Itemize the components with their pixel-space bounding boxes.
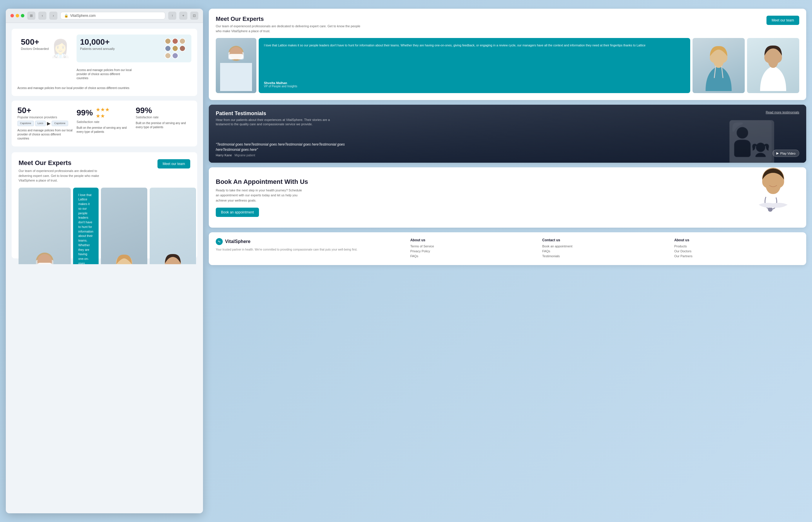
back-button[interactable]: ‹ (38, 12, 46, 20)
satisfaction1-number: 99% (77, 109, 93, 117)
footer-col-contact-title: Contact us (542, 238, 667, 242)
logo-capstone2: Capstone (52, 121, 68, 126)
book-appointment-section: Book An Appointment With Us Ready to tak… (209, 167, 806, 228)
book-appointment-button[interactable]: Book an appointment (216, 208, 259, 217)
doctors-desc: Access and manage policies from our loca… (77, 68, 132, 80)
testimonials-top: Patient Testimonials Hear from our patie… (216, 111, 799, 127)
svg-rect-9 (220, 63, 252, 91)
satisfaction1-desc: Built on the premise of serving any and … (77, 126, 132, 134)
footer-col-about2: About us Products Our Doctors Our Partne… (674, 238, 799, 259)
testimonials-subtitle: Hear from our patients about their exper… (216, 118, 332, 127)
section-header: Meet Our Experts Our team of experienced… (19, 159, 190, 183)
section-title-block: Meet Our Experts Our team of experienced… (19, 159, 111, 183)
meet-team-button[interactable]: Meet our team (158, 159, 190, 168)
insurance-logos: Capstone Loco ▶ Capstone (17, 121, 73, 126)
share-button[interactable]: ↑ (168, 12, 176, 20)
avatar-cluster (165, 38, 188, 59)
meet-experts-section: Meet Our Experts Our team of experienced… (12, 152, 197, 258)
satisfaction1-stat: 99% ★★★★★ Satisfaction rate Built on the… (77, 106, 132, 141)
doctors-stat: 500+ Doctors Onboarded 👩‍⚕️ (17, 35, 73, 62)
footer-link-terms[interactable]: Terms of Service (410, 244, 535, 248)
brand-name: VitalSphere (225, 239, 250, 244)
satisfaction1-label: Satisfaction rate (77, 120, 132, 123)
read-more-link[interactable]: Read more testimonials (766, 111, 799, 114)
footer-link-doctors[interactable]: Our Doctors (674, 249, 799, 253)
address-bar[interactable]: 🔒 VitalSphere.com (60, 12, 165, 19)
satisfaction2-desc: Built on the premise of serving any and … (136, 121, 191, 129)
sidebar-toggle[interactable]: ⊞ (27, 12, 35, 20)
right-panel: Meet Our Experts Our team of experienced… (209, 9, 806, 513)
satisfaction2-label: Satisfaction rate (136, 116, 191, 119)
avatar-5 (172, 45, 178, 52)
testimonial-text: I love that Lattice makes it so our peop… (78, 193, 94, 264)
testimonials-section: 👨‍👧 Patient Testimonials Hear from our p… (209, 105, 806, 163)
add-tab-button[interactable]: + (179, 12, 187, 20)
right-meet-team-button[interactable]: Meet our team (767, 16, 799, 25)
insurance-desc: Access and manage policies from our loca… (17, 128, 73, 141)
avatar-4 (165, 45, 171, 52)
right-photo-2 (692, 38, 745, 93)
play-video-button[interactable]: ▶ Play Video (773, 149, 799, 157)
team-photo-1 (19, 188, 71, 264)
footer-col-contact: Contact us Book an appointment FAQs Test… (542, 238, 667, 259)
browser-content: 500+ Doctors Onboarded 👩‍⚕️ 10,000+ Pati… (6, 23, 203, 264)
cursor-icon: ▶ (47, 121, 50, 126)
avatar-6 (179, 45, 186, 52)
second-stats-grid: 50+ Popular insurance providers Capstone… (12, 101, 197, 146)
footer-link-privacy[interactable]: Privacy Policy (410, 249, 535, 253)
satisfaction2-number: 99% (136, 106, 191, 115)
patients-number: 10,000+ (80, 38, 115, 46)
close-button[interactable] (11, 14, 14, 17)
right-doctor3-svg (751, 40, 795, 91)
right-author-name: Shvelta Malhan (264, 81, 685, 85)
patients-desc: Access and manage policies from our loca… (17, 86, 132, 90)
maximize-button[interactable] (21, 14, 24, 17)
footer-link-book[interactable]: Book an appointment (542, 244, 667, 248)
footer-link-partners[interactable]: Our Partners (674, 254, 799, 258)
footer-link-testimonials[interactable]: Testimonials (542, 254, 667, 258)
doctor-illustration (747, 174, 799, 221)
doctor-female2-svg (154, 248, 192, 264)
stat-bg-decoration: 👩‍⚕️ (48, 35, 73, 62)
stars-icon: ★★★★★ (96, 106, 109, 119)
svg-rect-11 (229, 54, 243, 59)
brand-logo-icon (216, 238, 223, 245)
lock-icon: 🔒 (64, 14, 68, 18)
footer-link-faqs[interactable]: FAQs (410, 254, 535, 258)
logo-capstone: Capstone (17, 121, 34, 126)
patients-label: Patients served annually (80, 47, 115, 51)
right-team-gallery: I love that Lattice makes it so our peop… (216, 38, 799, 93)
avatar-7 (165, 53, 171, 59)
section-title: Meet Our Experts (19, 159, 111, 167)
insurance-label: Popular insurance providers (17, 116, 73, 119)
testimonials-title: Patient Testimonials (216, 111, 332, 117)
url-text: VitalSphere.com (70, 14, 96, 18)
browser-window: ⊞ ‹ › 🔒 VitalSphere.com ↑ + ⊡ 500+ Docto… (6, 9, 203, 513)
right-author-title: VP of People and Insights (264, 85, 685, 88)
right-testimonial-author: Shvelta Malhan VP of People and Insights (264, 81, 685, 88)
forward-button[interactable]: › (49, 12, 57, 20)
more-button[interactable]: ⊡ (190, 12, 198, 20)
patients-stat: 10,000+ Patients served annually (77, 35, 191, 62)
avatar-3 (179, 38, 186, 44)
testimonials-title-block: Patient Testimonials Hear from our patie… (216, 111, 332, 127)
right-doctor1-svg (220, 40, 252, 91)
right-testimonial-card: I love that Lattice makes it so our peop… (259, 38, 690, 93)
testimonial-quote-block: "Testimonial goes hereTestimonial goes h… (216, 142, 361, 157)
footer-col-about2-title: About us (674, 238, 799, 242)
play-label: Play Video (780, 152, 795, 155)
book-content: Book An Appointment With Us Ready to tak… (216, 178, 326, 217)
insurance-number: 50+ (17, 106, 73, 115)
satisfaction2-stat: 99% Satisfaction rate Built on the premi… (136, 106, 191, 141)
testimonial-quote: "Testimonial goes hereTestimonial goes h… (216, 142, 361, 152)
testimonials-bottom: "Testimonial goes hereTestimonial goes h… (216, 142, 799, 157)
footer-col-about: About us Terms of Service Privacy Policy… (410, 238, 535, 259)
minimize-button[interactable] (16, 14, 19, 17)
footer-brand: VitalSphere (216, 238, 403, 245)
stats-grid: 500+ Doctors Onboarded 👩‍⚕️ 10,000+ Pati… (12, 29, 197, 96)
footer-link-contact-faqs[interactable]: FAQs (542, 249, 667, 253)
footer-link-products[interactable]: Products (674, 244, 799, 248)
person-name: Harry Kane (216, 154, 232, 157)
testimonials-content: Patient Testimonials Hear from our patie… (209, 105, 806, 163)
footer-col-about-title: About us (410, 238, 535, 242)
